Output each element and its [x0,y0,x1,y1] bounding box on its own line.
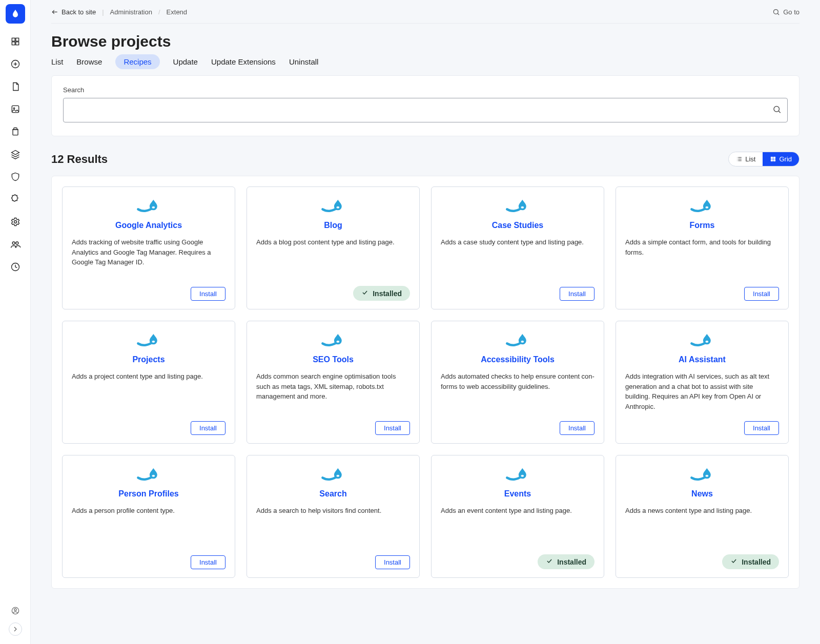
install-button[interactable]: Install [375,555,410,569]
project-title[interactable]: Projects [72,355,225,364]
search-submit-icon[interactable] [772,105,782,116]
project-card: BlogAdds a blog post content type and li… [247,186,420,309]
svg-point-40 [337,475,340,477]
tabs: ListBrowseRecipesUpdateUpdate Extensions… [51,54,799,69]
dashboard-icon[interactable] [10,36,21,47]
trash-icon[interactable] [10,126,21,137]
main-content: Back to site | Administration / Extend G… [31,0,820,644]
svg-point-16 [14,609,16,611]
view-list-button[interactable]: List [729,152,763,166]
account-icon[interactable] [10,605,21,616]
svg-rect-2 [12,42,15,45]
breadcrumb: Back to site | Administration / Extend [51,8,187,16]
tab-uninstall[interactable]: Uninstall [289,54,319,69]
logo[interactable] [6,4,25,24]
project-title[interactable]: Case Studies [441,221,594,230]
view-toggle: List Grid [728,152,799,167]
install-button[interactable]: Install [191,555,225,569]
svg-point-19 [774,107,780,112]
project-title[interactable]: News [625,489,779,498]
image-icon[interactable] [10,103,21,115]
install-button[interactable]: Install [560,421,594,435]
puzzle-icon[interactable] [10,194,21,205]
svg-rect-28 [773,157,775,159]
results-count: 12 Results [51,153,108,166]
svg-point-36 [337,341,340,343]
recipe-icon [72,465,225,483]
breadcrumb-item[interactable]: Extend [167,8,187,16]
project-card: Accessibility ToolsAdds automated checks… [431,321,604,444]
project-title[interactable]: Search [256,489,410,498]
project-description: Adds a search to help visitors find cont… [256,506,410,548]
project-title[interactable]: Blog [256,221,410,230]
tab-browse[interactable]: Browse [76,54,102,69]
install-button[interactable]: Install [744,287,779,301]
add-icon[interactable] [10,58,21,70]
file-icon[interactable] [10,81,21,92]
project-card: ProjectsAdds a project content type and … [62,321,235,444]
project-description: Adds a project content type and listing … [72,371,225,414]
tab-update-extensions[interactable]: Update Extensions [211,54,276,69]
topbar: Back to site | Administration / Extend G… [51,0,799,24]
svg-point-31 [152,206,155,209]
recipe-icon [441,465,594,483]
tab-recipes[interactable]: Recipes [115,54,159,69]
project-card: Person ProfilesAdds a person profile con… [62,455,235,578]
svg-point-42 [706,475,709,477]
installed-label: Installed [742,558,771,566]
project-title[interactable]: AI Assistant [625,355,779,364]
grid-icon [770,156,776,162]
install-button[interactable]: Install [375,421,410,435]
svg-point-17 [774,10,778,14]
install-button[interactable]: Install [191,421,225,435]
recipe-icon [256,330,410,349]
list-icon [736,156,743,162]
project-description: Adds a case study content type and listi… [441,237,594,280]
view-grid-label: Grid [779,155,792,163]
project-card: NewsAdds a news content type and listing… [616,455,789,578]
svg-rect-27 [771,157,773,159]
clock-icon[interactable] [10,261,21,273]
search-panel: Search [51,75,799,136]
project-title[interactable]: Accessibility Tools [441,355,594,364]
goto-button[interactable]: Go to [772,8,799,16]
project-title[interactable]: SEO Tools [256,355,410,364]
svg-rect-7 [12,106,18,112]
install-button[interactable]: Install [744,421,779,435]
project-card: Google AnalyticsAdds tracking of website… [62,186,235,309]
sidebar [0,0,31,644]
search-label: Search [63,86,788,94]
view-grid-button[interactable]: Grid [763,152,799,166]
svg-point-35 [152,341,155,343]
project-title[interactable]: Person Profiles [72,489,225,498]
project-title[interactable]: Google Analytics [72,221,225,230]
svg-point-13 [15,242,18,244]
project-title[interactable]: Events [441,489,594,498]
project-title[interactable]: Forms [625,221,779,230]
users-icon[interactable] [10,239,21,250]
project-card: EventsAdds an event content type and lis… [431,455,604,578]
search-icon [772,8,780,16]
svg-point-37 [521,341,524,343]
gear-icon[interactable] [10,216,21,227]
results-bar: 12 Results List Grid [51,152,799,167]
shield-icon[interactable] [10,171,21,182]
tab-list[interactable]: List [51,54,63,69]
collapse-sidebar-button[interactable] [9,622,22,636]
recipe-icon [625,465,779,483]
project-description: Adds a simple contact form, and tools fo… [625,237,779,280]
breadcrumb-item[interactable]: Administration [110,8,152,16]
layers-icon[interactable] [10,149,21,160]
breadcrumb-separator: | [102,8,104,16]
search-input[interactable] [63,98,788,122]
back-label: Back to site [61,8,96,16]
install-button[interactable]: Install [191,287,225,301]
check-icon [730,557,737,566]
install-button[interactable]: Install [560,287,594,301]
project-description: Adds a blog post content type and listin… [256,237,410,279]
tab-update[interactable]: Update [173,54,198,69]
results-grid-panel: Google AnalyticsAdds tracking of website… [51,176,799,589]
project-card: FormsAdds a simple contact form, and too… [616,186,789,309]
svg-point-34 [706,206,709,209]
back-to-site-link[interactable]: Back to site [51,8,96,16]
